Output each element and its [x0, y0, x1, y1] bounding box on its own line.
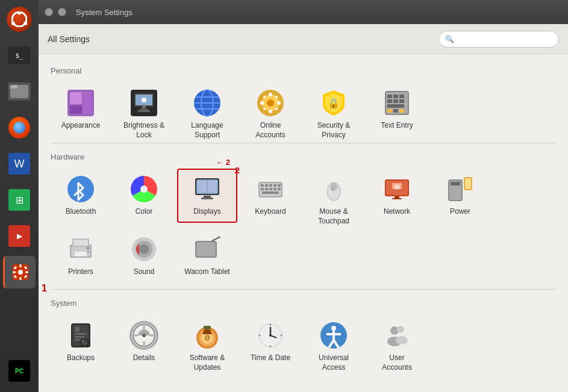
brightness-icon	[130, 89, 158, 117]
svg-rect-71	[265, 188, 268, 190]
color-item[interactable]: Color	[114, 169, 174, 223]
sidebar-item-firefox[interactable]	[3, 111, 36, 144]
system-icons-grid: ↻ Backups	[51, 315, 556, 369]
close-button[interactable]	[45, 8, 53, 16]
personal-icons-grid: Appearance	[51, 82, 556, 137]
power-icon	[446, 175, 475, 204]
svg-point-32	[267, 99, 274, 107]
software-updates-item[interactable]: @ Software &Updates	[177, 315, 237, 369]
svg-rect-50	[387, 104, 404, 108]
backups-item[interactable]: ↻ Backups	[51, 315, 111, 369]
svg-point-1	[17, 11, 21, 15]
printers-icon	[66, 235, 95, 264]
security-icon: 🔒	[319, 89, 348, 117]
svg-rect-96	[75, 252, 87, 257]
printers-item[interactable]: Printers	[51, 229, 111, 283]
language-label: LanguageSupport	[191, 121, 223, 140]
keyboard-item[interactable]: Keyboard	[240, 169, 301, 223]
firefox-icon	[8, 117, 30, 138]
universal-access-item[interactable]: UniversalAccess	[304, 315, 364, 369]
system-section-title: System	[51, 299, 556, 308]
user-accounts-item[interactable]: UserAccounts	[367, 315, 427, 369]
svg-rect-95	[73, 240, 88, 246]
svg-point-35	[260, 101, 264, 105]
security-item[interactable]: 🔒 Security &Privacy	[304, 82, 364, 137]
svg-text:↻: ↻	[81, 338, 87, 347]
svg-rect-65	[261, 184, 264, 187]
search-input[interactable]	[458, 34, 552, 43]
bluetooth-item[interactable]: Bluetooth	[51, 169, 111, 223]
svg-rect-88	[465, 178, 471, 189]
displays-label: Displays	[193, 207, 220, 217]
network-item[interactable]: ⊟ Network	[367, 169, 427, 223]
mouse-item[interactable]: Mouse &Touchpad	[304, 169, 364, 223]
details-item[interactable]: Details	[114, 315, 174, 369]
sidebar-item-writer[interactable]: W	[3, 148, 36, 180]
sidebar-item-files[interactable]	[3, 75, 36, 108]
writer-icon: W	[8, 153, 30, 175]
details-label: Details	[133, 353, 155, 363]
online-accounts-item[interactable]: OnlineAccounts	[240, 82, 301, 137]
sidebar-item-calc[interactable]: ⊞	[3, 184, 36, 216]
universal-access-icon	[319, 321, 348, 350]
search-icon: 🔍	[445, 35, 454, 43]
color-icon	[130, 175, 158, 204]
brightness-item[interactable]: Brightness &Lock	[114, 82, 174, 137]
svg-rect-103	[196, 242, 216, 257]
time-date-item[interactable]: Time & Date	[240, 315, 301, 369]
hardware-icons-grid: Bluetooth Col	[51, 169, 556, 223]
svg-rect-110	[75, 336, 84, 338]
time-date-icon	[256, 321, 285, 350]
sidebar-item-terminal[interactable]: $_	[3, 39, 36, 72]
displays-item[interactable]: Displays 2 ← 2	[177, 169, 237, 223]
search-box: 🔍	[438, 31, 559, 48]
software-updates-icon: @	[193, 321, 222, 350]
svg-rect-49	[399, 99, 404, 103]
sidebar-item-presentation[interactable]: ▶	[3, 220, 36, 252]
language-icon	[193, 89, 222, 117]
svg-rect-53	[393, 109, 398, 113]
content-area: All Settings 🔍 Personal	[39, 24, 568, 392]
annotation-1: 1	[42, 283, 47, 294]
power-item[interactable]: Power	[430, 169, 490, 223]
language-item[interactable]: LanguageSupport	[177, 82, 237, 137]
svg-point-132	[270, 346, 272, 347]
svg-rect-72	[269, 188, 272, 190]
sound-icon	[130, 235, 158, 264]
personal-section: Personal Appearance	[51, 66, 556, 137]
wacom-item[interactable]: Wacom Tablet	[177, 229, 237, 283]
window-title: System Settings	[76, 8, 133, 17]
svg-rect-6	[19, 264, 21, 267]
sound-item[interactable]: Sound	[114, 229, 174, 283]
sidebar: $_ W ⊞ ▶	[0, 0, 39, 392]
sidebar-item-ubuntu[interactable]	[3, 3, 36, 36]
svg-rect-15	[70, 92, 82, 104]
svg-line-104	[212, 237, 219, 241]
svg-text:⊟: ⊟	[395, 184, 399, 190]
sidebar-item-pycharm[interactable]: PC	[3, 355, 36, 387]
annotation-arrow: ← 2	[216, 158, 230, 167]
svg-rect-16	[70, 105, 82, 114]
sidebar-item-settings[interactable]	[3, 256, 36, 288]
universal-access-label: UniversalAccess	[319, 353, 349, 372]
svg-point-131	[270, 324, 272, 326]
ubuntu-icon	[11, 11, 27, 27]
svg-point-33	[269, 93, 272, 96]
text-entry-item[interactable]: Text Entry	[367, 82, 427, 137]
svg-rect-80	[331, 188, 334, 191]
security-label: Security &Privacy	[317, 121, 351, 140]
svg-point-136	[331, 326, 336, 331]
svg-rect-84	[395, 196, 399, 198]
svg-point-3	[23, 22, 27, 25]
backups-icon: ↻	[66, 321, 95, 350]
text-entry-icon	[382, 89, 411, 117]
svg-rect-124	[204, 326, 211, 329]
svg-point-5	[18, 270, 23, 275]
svg-rect-68	[273, 184, 276, 187]
appearance-item[interactable]: Appearance	[51, 82, 111, 137]
svg-rect-108	[75, 327, 80, 332]
svg-rect-45	[393, 95, 398, 98]
calc-icon: ⊞	[8, 189, 30, 211]
minimize-button[interactable]	[58, 8, 66, 16]
all-settings-button[interactable]: All Settings	[48, 34, 90, 44]
